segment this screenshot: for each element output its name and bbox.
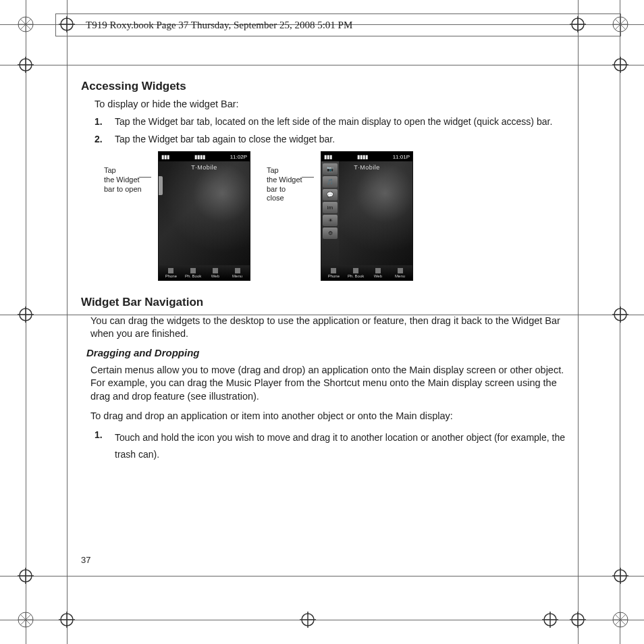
dock-web: Web: [367, 268, 390, 278]
dock-label: Web: [374, 274, 382, 278]
page-header-banner: T919 Roxy.book Page 37 Thursday, Septemb…: [55, 14, 621, 36]
widget-icon: ⚙: [323, 227, 338, 239]
widget-icon: im: [323, 202, 338, 213]
crosshair-icon: [18, 568, 34, 584]
clock-text: 11:01P: [393, 154, 410, 160]
section2-p1: You can drag the widgets to the desktop …: [90, 315, 567, 340]
caption-line: Tap: [267, 166, 279, 174]
phone-dock: Phone Ph. Book Web Menu: [321, 265, 412, 280]
widget-icon: 🎵: [323, 176, 338, 188]
widget-icon: 💬: [323, 189, 338, 200]
list-item: 1. Tap the Widget bar tab, located on th…: [95, 116, 567, 127]
section-title-widget-bar-nav: Widget Bar Navigation: [81, 296, 567, 309]
dock-phonebook: Ph. Book: [345, 268, 367, 278]
signal-icon: ▮▮▮: [324, 154, 332, 160]
leader-line: [139, 177, 151, 178]
crosshair-icon: [542, 612, 558, 628]
figure-caption-open: Tap the Widget bar to open: [104, 151, 142, 194]
phone-wallpaper: [159, 161, 250, 268]
dock-phonebook: Ph. Book: [182, 268, 205, 278]
section2-steps: 1. Touch and hold the icon you wish to m…: [95, 429, 567, 463]
widget-bar-tab: [159, 176, 163, 195]
clock-text: 11:02P: [230, 154, 247, 160]
crosshair-icon: [612, 57, 628, 73]
dock-label: Menu: [395, 274, 405, 278]
header-text: T919 Roxy.book Page 37 Thursday, Septemb…: [86, 20, 352, 31]
regmark-icon: [18, 16, 34, 32]
crosshair-icon: [300, 612, 316, 628]
phone-status-bar: ▮▮▮ ▮▮▮▮ 11:02P: [159, 152, 250, 161]
leader-line: [302, 177, 314, 178]
section1-steps: 1. Tap the Widget bar tab, located on th…: [95, 116, 567, 144]
section-title-accessing-widgets: Accessing Widgets: [81, 80, 567, 93]
step-text: Tap the Widget bar tab again to close th…: [115, 134, 567, 144]
step-number: 2.: [95, 134, 115, 144]
widget-icon: ☀: [323, 215, 338, 226]
caption-line: the Widget: [267, 176, 302, 184]
subsection-title-drag-drop: Dragging and Dropping: [86, 347, 567, 358]
dock-label: Phone: [328, 274, 340, 278]
page-content: Accessing Widgets To display or hide the…: [81, 76, 567, 470]
crop-line-upper: [0, 65, 644, 65]
carrier-label: T·Mobile: [159, 164, 250, 171]
crop-line-right2: [578, 0, 579, 644]
dock-menu: Menu: [226, 268, 248, 278]
step-number: 1.: [95, 429, 115, 463]
crosshair-icon: [612, 568, 628, 584]
crosshair-icon: [18, 57, 34, 73]
step-text: Touch and hold the icon you wish to move…: [115, 429, 567, 463]
step-number: 1.: [95, 116, 115, 127]
step-text: Tap the Widget bar tab, located on the l…: [115, 116, 567, 127]
list-item: 1. Touch and hold the icon you wish to m…: [95, 429, 567, 463]
crop-line-left2: [67, 0, 68, 644]
section2-p3: To drag and drop an application or item …: [90, 410, 567, 423]
crosshair-icon: [570, 612, 586, 628]
widget-icon: 📷: [323, 163, 338, 175]
figure-row: Tap the Widget bar to open ▮▮▮ ▮▮▮▮ 11:0…: [104, 151, 567, 281]
signal-icon: ▮▮▮: [161, 154, 169, 160]
caption-line: Tap: [104, 166, 116, 174]
dock-label: Phone: [165, 274, 177, 278]
dock-label: Ph. Book: [185, 274, 201, 278]
section1-intro: To display or hide the widget Bar:: [95, 99, 567, 109]
figure-caption-close: Tap the Widget bar to close: [267, 151, 304, 203]
caption-line: bar to open: [104, 185, 142, 193]
list-item: 2. Tap the Widget bar tab again to close…: [95, 134, 567, 144]
dock-web: Web: [205, 268, 227, 278]
dock-label: Web: [211, 274, 219, 278]
caption-line: the Widget: [104, 176, 140, 184]
dock-label: Menu: [232, 274, 242, 278]
battery-icon: ▮▮▮▮: [194, 154, 205, 160]
page-number: 37: [81, 555, 90, 565]
dock-phone: Phone: [323, 268, 345, 278]
widget-bar-open: 📷 🎵 💬 im ☀ ⚙: [321, 161, 339, 265]
dock-label: Ph. Book: [348, 274, 364, 278]
crosshair-icon: [612, 306, 628, 323]
phone-screenshot-open: ▮▮▮ ▮▮▮▮ 11:01P T·Mobile 📷 🎵 💬 im ☀ ⚙ Ph…: [321, 151, 413, 281]
battery-icon: ▮▮▮▮: [357, 154, 368, 160]
phone-dock: Phone Ph. Book Web Menu: [159, 265, 250, 280]
dock-phone: Phone: [160, 268, 182, 278]
phone-status-bar: ▮▮▮ ▮▮▮▮ 11:01P: [321, 152, 412, 161]
crop-line-lower: [0, 576, 644, 576]
phone-screenshot-closed: ▮▮▮ ▮▮▮▮ 11:02P T·Mobile Phone Ph. Book …: [158, 151, 250, 281]
crosshair-icon: [18, 306, 34, 323]
regmark-icon: [18, 612, 34, 628]
regmark-icon: [612, 612, 628, 628]
caption-line: bar to close: [267, 185, 286, 203]
dock-menu: Menu: [389, 268, 411, 278]
section2-p2: Certain menus allow you to move (drag an…: [90, 364, 567, 402]
crosshair-icon: [59, 612, 75, 628]
